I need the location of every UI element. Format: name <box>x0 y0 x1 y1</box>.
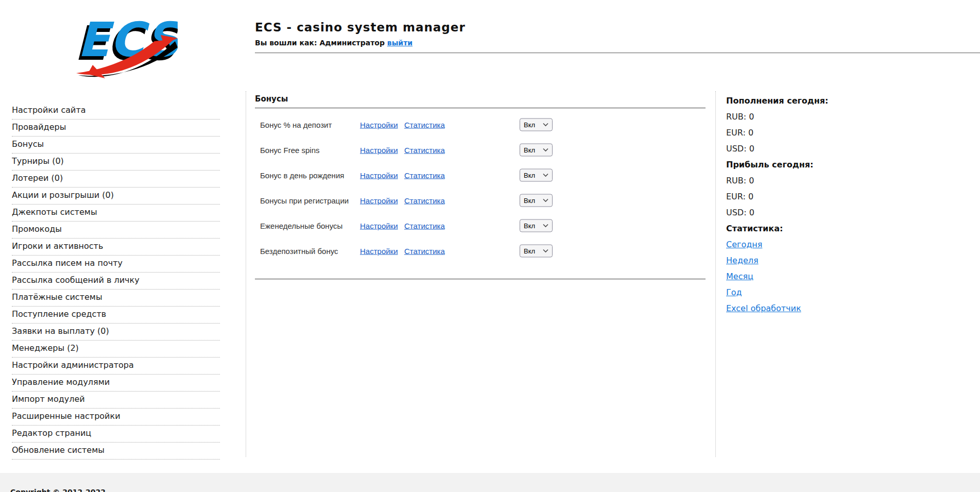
sidebar-item-pm-mailing[interactable]: Рассылка сообщений в личку <box>12 273 220 290</box>
chevron-down-icon <box>543 123 548 126</box>
sidebar-item-players[interactable]: Игроки и активность <box>12 239 220 256</box>
bonus-rows: Бонус % на депозит Настройки Статистика … <box>255 112 706 263</box>
chevron-down-icon <box>543 249 548 252</box>
sidebar-item-payment-systems[interactable]: Платёжные системы <box>12 290 220 307</box>
ecs-logo: ECS ECS <box>72 8 178 79</box>
stats-today-link[interactable]: Сегодня <box>726 240 762 249</box>
bonus-toggle-select[interactable]: Вкл <box>520 143 553 156</box>
bonus-name: Бонус в день рождения <box>260 171 344 179</box>
sidebar-item-email-mailing[interactable]: Рассылка писем на почту <box>12 256 220 273</box>
settings-link[interactable]: Настройки <box>360 246 398 255</box>
sidebar-content-divider <box>246 91 246 457</box>
statistics-link[interactable]: Статистика <box>404 120 445 129</box>
deposits-rub: RUB: 0 <box>726 109 881 125</box>
section-title: Бонусы <box>255 94 706 104</box>
bonus-name: Бонусы при регистрации <box>260 196 349 205</box>
bonuses-panel: Бонусы Бонус % на депозит Настройки Стат… <box>255 94 706 280</box>
footer: Copyright © 2012-2022 <box>0 473 980 492</box>
header-divider <box>255 53 980 54</box>
sidebar-item-bonuses[interactable]: Бонусы <box>12 137 220 154</box>
deposits-today-title: Пополнения сегодня: <box>726 93 881 109</box>
bonus-row-registration: Бонусы при регистрации Настройки Статист… <box>255 188 706 213</box>
sidebar: Настройки сайта Провайдеры Бонусы Турнир… <box>12 103 220 460</box>
bonus-row-free-spins: Бонус Free spins Настройки Статистика Вк… <box>255 137 706 162</box>
bonus-toggle-select[interactable]: Вкл <box>520 118 553 131</box>
stats-month-link[interactable]: Месяц <box>726 272 753 281</box>
sidebar-item-admin-settings[interactable]: Настройки администратора <box>12 358 220 375</box>
stats-year-link[interactable]: Год <box>726 287 742 297</box>
bonus-row-birthday: Бонус в день рождения Настройки Статисти… <box>255 162 706 188</box>
sidebar-item-jackpots[interactable]: Джекпоты системы <box>12 205 220 222</box>
logout-link[interactable]: выйти <box>387 39 412 47</box>
settings-link[interactable]: Настройки <box>360 120 398 129</box>
settings-link[interactable]: Настройки <box>360 196 398 205</box>
bonus-row-no-deposit: Бездепозитный бонус Настройки Статистика… <box>255 238 706 263</box>
deposits-usd: USD: 0 <box>726 141 881 157</box>
statistics-link[interactable]: Статистика <box>404 145 445 154</box>
bonus-name: Бонус % на депозит <box>260 120 332 129</box>
profit-today-title: Прибыль сегодня: <box>726 157 881 173</box>
login-status: Вы вошли как: Администратор выйти <box>255 39 466 47</box>
content-summary-divider <box>715 91 716 457</box>
settings-link[interactable]: Настройки <box>360 221 398 230</box>
sidebar-item-providers[interactable]: Провайдеры <box>12 120 220 137</box>
statistics-link[interactable]: Статистика <box>404 246 445 255</box>
select-value: Вкл <box>524 171 535 179</box>
stats-excel-link[interactable]: Excel обработчик <box>726 303 801 313</box>
statistics-link[interactable]: Статистика <box>404 171 445 179</box>
bonus-toggle-select[interactable]: Вкл <box>520 244 553 257</box>
sidebar-item-module-import[interactable]: Импорт модулей <box>12 392 220 409</box>
select-value: Вкл <box>524 222 535 229</box>
statistics-link[interactable]: Статистика <box>404 196 445 205</box>
chevron-down-icon <box>543 198 548 202</box>
settings-link[interactable]: Настройки <box>360 145 398 154</box>
statistics-title: Статистика: <box>726 220 881 236</box>
sidebar-item-incoming-funds[interactable]: Поступление средств <box>12 307 220 324</box>
settings-link[interactable]: Настройки <box>360 171 398 179</box>
bonus-name: Еженедельные бонусы <box>260 221 342 230</box>
sidebar-item-promotions[interactable]: Акции и розыгрыши (0) <box>12 188 220 205</box>
statistics-link[interactable]: Статистика <box>404 221 445 230</box>
sidebar-item-site-settings[interactable]: Настройки сайта <box>12 103 220 120</box>
bonus-toggle-select[interactable]: Вкл <box>520 194 553 207</box>
profit-eur: EUR: 0 <box>726 189 881 205</box>
chevron-down-icon <box>543 224 548 227</box>
sidebar-item-module-management[interactable]: Управление модулями <box>12 375 220 392</box>
sidebar-item-lotteries[interactable]: Лотереи (0) <box>12 171 220 188</box>
deposits-eur: EUR: 0 <box>726 125 881 141</box>
login-status-text: Вы вошли как: Администратор <box>255 39 385 47</box>
bonus-row-weekly: Еженедельные бонусы Настройки Статистика… <box>255 213 706 238</box>
sidebar-item-payout-requests[interactable]: Заявки на выплату (0) <box>12 324 220 341</box>
profit-usd: USD: 0 <box>726 205 881 220</box>
bonus-toggle-select[interactable]: Вкл <box>520 168 553 181</box>
select-value: Вкл <box>524 121 535 128</box>
select-value: Вкл <box>524 146 535 154</box>
sidebar-item-page-editor[interactable]: Редактор страниц <box>12 426 220 443</box>
bonus-name: Бездепозитный бонус <box>260 246 338 255</box>
bonus-name: Бонус Free spins <box>260 145 320 154</box>
select-value: Вкл <box>524 196 535 204</box>
stats-week-link[interactable]: Неделя <box>726 256 759 265</box>
section-divider-bottom <box>255 279 706 280</box>
copyright-text: Copyright © 2012-2022 <box>10 488 106 492</box>
sidebar-item-promocodes[interactable]: Промокоды <box>12 222 220 239</box>
sidebar-item-system-update[interactable]: Обновление системы <box>12 443 220 460</box>
section-divider-top <box>255 108 706 109</box>
profit-rub: RUB: 0 <box>726 173 881 189</box>
sidebar-item-tournaments[interactable]: Турниры (0) <box>12 154 220 171</box>
sidebar-item-managers[interactable]: Менеджеры (2) <box>12 341 220 358</box>
bonus-toggle-select[interactable]: Вкл <box>520 219 553 232</box>
summary-panel: Пополнения сегодня: RUB: 0 EUR: 0 USD: 0… <box>726 93 881 316</box>
sidebar-item-advanced-settings[interactable]: Расширенные настройки <box>12 409 220 426</box>
select-value: Вкл <box>524 247 535 255</box>
chevron-down-icon <box>543 148 548 151</box>
bonus-row-deposit-percent: Бонус % на депозит Настройки Статистика … <box>255 112 706 137</box>
page-title: ECS - casino system manager <box>255 21 466 34</box>
chevron-down-icon <box>543 173 548 177</box>
